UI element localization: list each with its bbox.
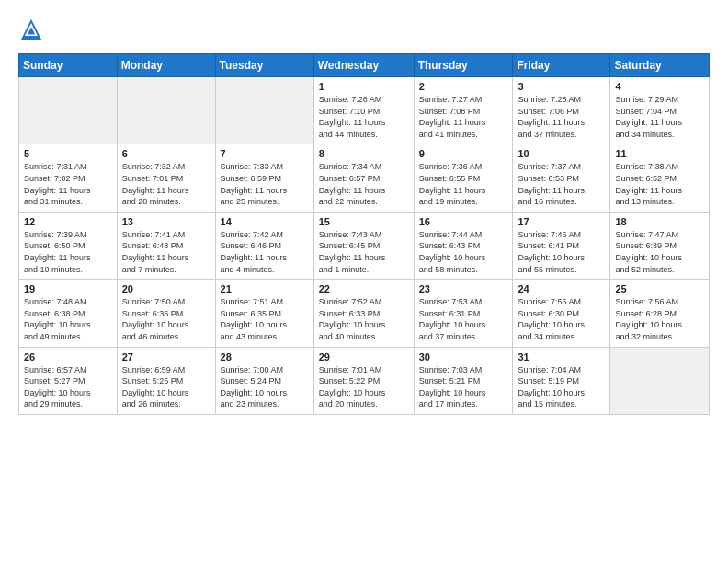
- day-number: 8: [319, 148, 409, 159]
- calendar-cell: 24Sunrise: 7:55 AM Sunset: 6:30 PM Dayli…: [513, 280, 610, 347]
- calendar-cell: 12Sunrise: 7:39 AM Sunset: 6:50 PM Dayli…: [19, 212, 118, 279]
- day-info: Sunrise: 7:04 AM Sunset: 5:19 PM Dayligh…: [518, 364, 605, 410]
- day-number: 11: [615, 148, 704, 159]
- calendar-week-3: 12Sunrise: 7:39 AM Sunset: 6:50 PM Dayli…: [19, 212, 710, 279]
- calendar-cell: 15Sunrise: 7:43 AM Sunset: 6:45 PM Dayli…: [313, 212, 414, 279]
- day-info: Sunrise: 7:39 AM Sunset: 6:50 PM Dayligh…: [24, 229, 112, 275]
- day-info: Sunrise: 6:57 AM Sunset: 5:27 PM Dayligh…: [24, 364, 112, 410]
- day-number: 18: [615, 216, 704, 227]
- day-number: 22: [319, 283, 409, 294]
- calendar-cell: [117, 77, 215, 144]
- day-info: Sunrise: 7:44 AM Sunset: 6:43 PM Dayligh…: [419, 229, 508, 275]
- day-info: Sunrise: 7:43 AM Sunset: 6:45 PM Dayligh…: [319, 229, 409, 275]
- day-info: Sunrise: 7:56 AM Sunset: 6:28 PM Dayligh…: [615, 296, 704, 342]
- day-info: Sunrise: 7:42 AM Sunset: 6:46 PM Dayligh…: [221, 229, 309, 275]
- day-number: 27: [122, 351, 210, 362]
- day-info: Sunrise: 7:46 AM Sunset: 6:41 PM Dayligh…: [518, 229, 605, 275]
- calendar-cell: 26Sunrise: 6:57 AM Sunset: 5:27 PM Dayli…: [19, 347, 118, 414]
- logo: [18, 17, 48, 42]
- calendar-cell: 29Sunrise: 7:01 AM Sunset: 5:22 PM Dayli…: [313, 347, 414, 414]
- weekday-header-sunday: Sunday: [19, 54, 118, 77]
- day-number: 13: [122, 216, 210, 227]
- calendar-cell: 31Sunrise: 7:04 AM Sunset: 5:19 PM Dayli…: [513, 347, 610, 414]
- day-number: 23: [419, 283, 508, 294]
- calendar-cell: 1Sunrise: 7:26 AM Sunset: 7:10 PM Daylig…: [313, 77, 414, 144]
- page: SundayMondayTuesdayWednesdayThursdayFrid…: [0, 0, 728, 563]
- day-info: Sunrise: 7:50 AM Sunset: 6:36 PM Dayligh…: [122, 296, 210, 342]
- day-info: Sunrise: 7:41 AM Sunset: 6:48 PM Dayligh…: [122, 229, 210, 275]
- day-info: Sunrise: 7:01 AM Sunset: 5:22 PM Dayligh…: [319, 364, 409, 410]
- calendar-cell: 3Sunrise: 7:28 AM Sunset: 7:06 PM Daylig…: [513, 77, 610, 144]
- weekday-header-saturday: Saturday: [610, 54, 710, 77]
- calendar-week-5: 26Sunrise: 6:57 AM Sunset: 5:27 PM Dayli…: [19, 347, 710, 414]
- day-number: 7: [221, 148, 309, 159]
- day-number: 29: [319, 351, 409, 362]
- calendar-cell: 6Sunrise: 7:32 AM Sunset: 7:01 PM Daylig…: [117, 144, 215, 212]
- calendar-cell: 25Sunrise: 7:56 AM Sunset: 6:28 PM Dayli…: [610, 280, 710, 347]
- calendar-cell: [610, 347, 710, 414]
- day-info: Sunrise: 7:53 AM Sunset: 6:31 PM Dayligh…: [419, 296, 508, 342]
- calendar-cell: 7Sunrise: 7:33 AM Sunset: 6:59 PM Daylig…: [215, 144, 313, 212]
- day-number: 10: [518, 148, 605, 159]
- day-number: 19: [24, 283, 112, 294]
- day-number: 31: [518, 351, 605, 362]
- calendar: SundayMondayTuesdayWednesdayThursdayFrid…: [18, 53, 710, 415]
- calendar-cell: 23Sunrise: 7:53 AM Sunset: 6:31 PM Dayli…: [414, 280, 513, 347]
- day-number: 17: [518, 216, 605, 227]
- day-number: 5: [24, 148, 112, 159]
- calendar-cell: 5Sunrise: 7:31 AM Sunset: 7:02 PM Daylig…: [19, 144, 118, 212]
- day-info: Sunrise: 7:29 AM Sunset: 7:04 PM Dayligh…: [615, 94, 704, 140]
- calendar-cell: 11Sunrise: 7:38 AM Sunset: 6:52 PM Dayli…: [610, 144, 710, 212]
- calendar-cell: 4Sunrise: 7:29 AM Sunset: 7:04 PM Daylig…: [610, 77, 710, 144]
- day-number: 16: [419, 216, 508, 227]
- day-info: Sunrise: 7:34 AM Sunset: 6:57 PM Dayligh…: [319, 161, 409, 207]
- weekday-header-thursday: Thursday: [414, 54, 513, 77]
- day-info: Sunrise: 7:31 AM Sunset: 7:02 PM Dayligh…: [24, 161, 112, 207]
- calendar-cell: 14Sunrise: 7:42 AM Sunset: 6:46 PM Dayli…: [215, 212, 313, 279]
- day-info: Sunrise: 7:47 AM Sunset: 6:39 PM Dayligh…: [615, 229, 704, 275]
- day-number: 28: [221, 351, 309, 362]
- calendar-cell: [215, 77, 313, 144]
- day-info: Sunrise: 7:26 AM Sunset: 7:10 PM Dayligh…: [319, 94, 409, 140]
- day-info: Sunrise: 7:37 AM Sunset: 6:53 PM Dayligh…: [518, 161, 605, 207]
- calendar-cell: 2Sunrise: 7:27 AM Sunset: 7:08 PM Daylig…: [414, 77, 513, 144]
- day-number: 20: [122, 283, 210, 294]
- day-info: Sunrise: 7:03 AM Sunset: 5:21 PM Dayligh…: [419, 364, 508, 410]
- day-info: Sunrise: 7:36 AM Sunset: 6:55 PM Dayligh…: [419, 161, 508, 207]
- calendar-cell: [19, 77, 118, 144]
- weekday-header-wednesday: Wednesday: [313, 54, 414, 77]
- day-number: 4: [615, 81, 704, 92]
- day-info: Sunrise: 7:33 AM Sunset: 6:59 PM Dayligh…: [221, 161, 309, 207]
- calendar-cell: 18Sunrise: 7:47 AM Sunset: 6:39 PM Dayli…: [610, 212, 710, 279]
- day-number: 30: [419, 351, 508, 362]
- day-info: Sunrise: 7:27 AM Sunset: 7:08 PM Dayligh…: [419, 94, 508, 140]
- day-number: 26: [24, 351, 112, 362]
- day-info: Sunrise: 7:51 AM Sunset: 6:35 PM Dayligh…: [221, 296, 309, 342]
- calendar-cell: 27Sunrise: 6:59 AM Sunset: 5:25 PM Dayli…: [117, 347, 215, 414]
- calendar-cell: 8Sunrise: 7:34 AM Sunset: 6:57 PM Daylig…: [313, 144, 414, 212]
- day-info: Sunrise: 7:55 AM Sunset: 6:30 PM Dayligh…: [518, 296, 605, 342]
- weekday-header-friday: Friday: [513, 54, 610, 77]
- calendar-cell: 17Sunrise: 7:46 AM Sunset: 6:41 PM Dayli…: [513, 212, 610, 279]
- calendar-cell: 22Sunrise: 7:52 AM Sunset: 6:33 PM Dayli…: [313, 280, 414, 347]
- calendar-cell: 30Sunrise: 7:03 AM Sunset: 5:21 PM Dayli…: [414, 347, 513, 414]
- day-number: 24: [518, 283, 605, 294]
- day-number: 14: [221, 216, 309, 227]
- calendar-week-2: 5Sunrise: 7:31 AM Sunset: 7:02 PM Daylig…: [19, 144, 710, 212]
- calendar-cell: 13Sunrise: 7:41 AM Sunset: 6:48 PM Dayli…: [117, 212, 215, 279]
- day-number: 25: [615, 283, 704, 294]
- day-info: Sunrise: 7:48 AM Sunset: 6:38 PM Dayligh…: [24, 296, 112, 342]
- calendar-cell: 9Sunrise: 7:36 AM Sunset: 6:55 PM Daylig…: [414, 144, 513, 212]
- day-info: Sunrise: 7:32 AM Sunset: 7:01 PM Dayligh…: [122, 161, 210, 207]
- day-info: Sunrise: 7:38 AM Sunset: 6:52 PM Dayligh…: [615, 161, 704, 207]
- calendar-cell: 20Sunrise: 7:50 AM Sunset: 6:36 PM Dayli…: [117, 280, 215, 347]
- weekday-header-monday: Monday: [117, 54, 215, 77]
- logo-icon: [18, 17, 44, 42]
- day-number: 1: [319, 81, 409, 92]
- calendar-cell: 21Sunrise: 7:51 AM Sunset: 6:35 PM Dayli…: [215, 280, 313, 347]
- calendar-cell: 10Sunrise: 7:37 AM Sunset: 6:53 PM Dayli…: [513, 144, 610, 212]
- day-info: Sunrise: 7:52 AM Sunset: 6:33 PM Dayligh…: [319, 296, 409, 342]
- day-number: 6: [122, 148, 210, 159]
- calendar-cell: 19Sunrise: 7:48 AM Sunset: 6:38 PM Dayli…: [19, 280, 118, 347]
- day-info: Sunrise: 6:59 AM Sunset: 5:25 PM Dayligh…: [122, 364, 210, 410]
